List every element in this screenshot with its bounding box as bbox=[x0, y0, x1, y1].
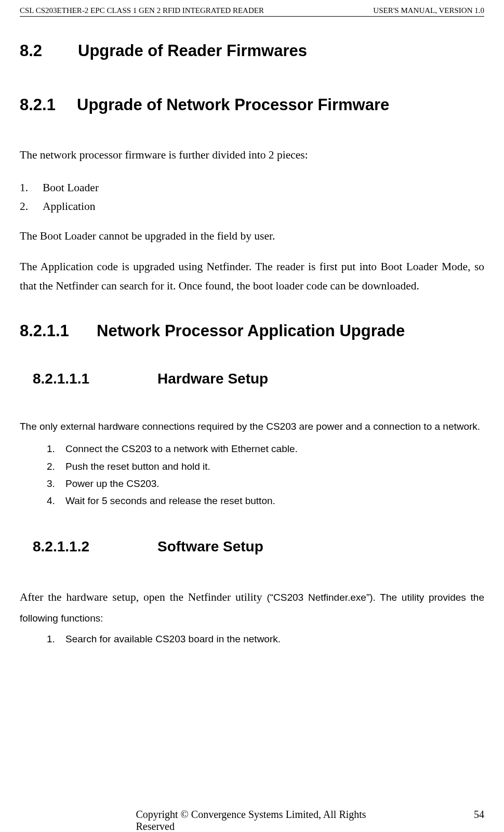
paragraph: After the hardware setup, open the Netfi… bbox=[20, 587, 484, 628]
paragraph: The only external hardware connections r… bbox=[20, 417, 484, 436]
header-right: USER'S MANUAL, VERSION 1.0 bbox=[373, 6, 484, 15]
list-number: 2. bbox=[20, 198, 43, 215]
heading-8-2-1: 8.2.1Upgrade of Network Processor Firmwa… bbox=[20, 96, 484, 114]
paragraph: The network processor firmware is furthe… bbox=[20, 146, 484, 165]
numbered-list: 1.Search for available CS203 board in th… bbox=[47, 630, 484, 648]
numbered-list: 1.Connect the CS203 to a network with Et… bbox=[47, 440, 484, 509]
heading-title: Hardware Setup bbox=[157, 371, 268, 387]
heading-title: Software Setup bbox=[157, 538, 263, 554]
list-text: Boot Loader bbox=[43, 181, 99, 194]
heading-title: Network Processor Application Upgrade bbox=[97, 322, 405, 340]
heading-title: Upgrade of Network Processor Firmware bbox=[77, 96, 389, 114]
list-number: 4. bbox=[47, 492, 65, 509]
heading-number: 8.2.1.1 bbox=[20, 322, 97, 340]
footer-copyright: Copyright © Convergence Systems Limited,… bbox=[136, 809, 368, 832]
page-header: CSL CS203ETHER-2 EPC CLASS 1 GEN 2 RFID … bbox=[20, 6, 484, 17]
list-text: Connect the CS203 to a network with Ethe… bbox=[65, 443, 298, 454]
list-number: 3. bbox=[47, 475, 65, 492]
heading-title: Upgrade of Reader Firmwares bbox=[78, 42, 307, 60]
list-item: 1.Connect the CS203 to a network with Et… bbox=[47, 440, 484, 457]
heading-number: 8.2.1.1.2 bbox=[33, 538, 157, 555]
text-serif: After the hardware setup, open the Netfi… bbox=[20, 591, 267, 603]
heading-8-2-1-1: 8.2.1.1Network Processor Application Upg… bbox=[20, 322, 484, 340]
header-left: CSL CS203ETHER-2 EPC CLASS 1 GEN 2 RFID … bbox=[20, 6, 264, 15]
list-item: 1.Search for available CS203 board in th… bbox=[47, 630, 484, 648]
list-item: 2.Push the reset button and hold it. bbox=[47, 458, 484, 475]
heading-number: 8.2.1.1.1 bbox=[33, 371, 157, 387]
footer-page-number: 54 bbox=[474, 809, 484, 821]
list-item: 2.Application bbox=[20, 198, 484, 215]
list-item: 1.Boot Loader bbox=[20, 179, 484, 196]
numbered-list: 1.Boot Loader 2.Application bbox=[20, 179, 484, 215]
list-number: 1. bbox=[20, 179, 43, 196]
heading-8-2-1-1-2: 8.2.1.1.2Software Setup bbox=[33, 538, 484, 555]
list-text: Application bbox=[43, 200, 96, 213]
list-item: 4.Wait for 5 seconds and release the res… bbox=[47, 492, 484, 509]
paragraph: The Application code is upgraded using N… bbox=[20, 257, 484, 296]
list-text: Wait for 5 seconds and release the reset… bbox=[65, 495, 275, 506]
list-number: 1. bbox=[47, 630, 65, 648]
heading-8-2: 8.2Upgrade of Reader Firmwares bbox=[20, 42, 484, 60]
heading-number: 8.2.1 bbox=[20, 96, 77, 114]
paragraph: The Boot Loader cannot be upgraded in th… bbox=[20, 227, 484, 246]
list-text: Push the reset button and hold it. bbox=[65, 461, 210, 472]
list-number: 2. bbox=[47, 458, 65, 475]
page-footer: Copyright © Convergence Systems Limited,… bbox=[20, 809, 484, 821]
list-text: Power up the CS203. bbox=[65, 478, 160, 489]
list-number: 1. bbox=[47, 440, 65, 457]
list-item: 3.Power up the CS203. bbox=[47, 475, 484, 492]
heading-number: 8.2 bbox=[20, 42, 78, 60]
list-text: Search for available CS203 board in the … bbox=[65, 633, 281, 644]
heading-8-2-1-1-1: 8.2.1.1.1Hardware Setup bbox=[33, 371, 484, 387]
